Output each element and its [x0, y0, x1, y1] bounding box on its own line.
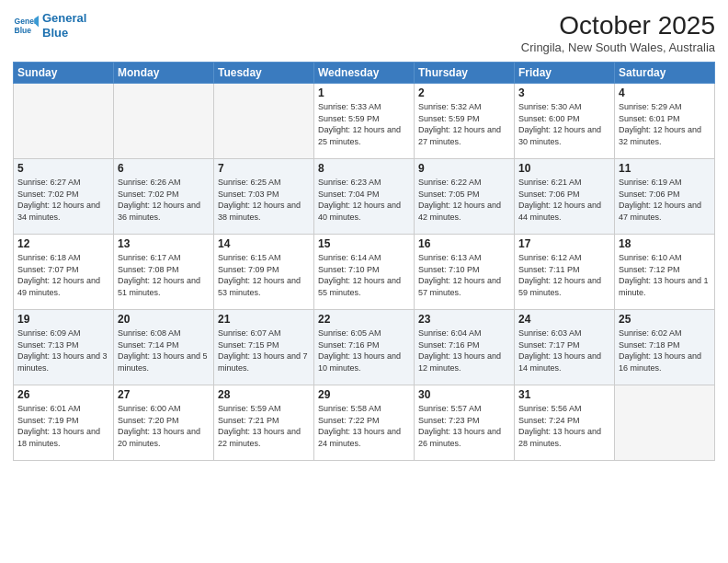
table-row: 13Sunrise: 6:17 AM Sunset: 7:08 PM Dayli…: [114, 235, 214, 310]
week-row-5: 26Sunrise: 6:01 AM Sunset: 7:19 PM Dayli…: [14, 385, 715, 461]
day-info: Sunrise: 6:12 AM Sunset: 7:11 PM Dayligh…: [518, 252, 610, 298]
table-row: 11Sunrise: 6:19 AM Sunset: 7:06 PM Dayli…: [615, 159, 715, 235]
day-number: 23: [418, 313, 510, 326]
logo: General Blue General Blue: [13, 11, 86, 40]
week-row-1: 1Sunrise: 5:33 AM Sunset: 5:59 PM Daylig…: [14, 84, 715, 159]
table-row: [214, 84, 314, 159]
day-number: 3: [518, 86, 610, 99]
table-row: 26Sunrise: 6:01 AM Sunset: 7:19 PM Dayli…: [14, 385, 114, 461]
table-row: 28Sunrise: 5:59 AM Sunset: 7:21 PM Dayli…: [214, 385, 314, 461]
day-info: Sunrise: 5:29 AM Sunset: 6:01 PM Dayligh…: [619, 101, 711, 147]
day-number: 25: [619, 313, 711, 326]
day-number: 27: [118, 388, 210, 401]
header-tuesday: Tuesday: [214, 63, 314, 84]
table-row: 9Sunrise: 6:22 AM Sunset: 7:05 PM Daylig…: [415, 159, 515, 235]
table-row: 20Sunrise: 6:08 AM Sunset: 7:14 PM Dayli…: [114, 310, 214, 385]
day-number: 9: [418, 162, 510, 175]
day-info: Sunrise: 6:01 AM Sunset: 7:19 PM Dayligh…: [17, 403, 109, 449]
table-row: 15Sunrise: 6:14 AM Sunset: 7:10 PM Dayli…: [314, 235, 415, 310]
table-row: 1Sunrise: 5:33 AM Sunset: 5:59 PM Daylig…: [314, 84, 415, 159]
weekday-header-row: Sunday Monday Tuesday Wednesday Thursday…: [14, 63, 715, 84]
header-friday: Friday: [515, 63, 615, 84]
logo-text: General Blue: [42, 11, 86, 40]
table-row: 19Sunrise: 6:09 AM Sunset: 7:13 PM Dayli…: [14, 310, 114, 385]
day-info: Sunrise: 5:58 AM Sunset: 7:22 PM Dayligh…: [318, 403, 410, 449]
title-block: October 2025 Cringila, New South Wales, …: [521, 11, 715, 54]
day-number: 19: [17, 313, 109, 326]
week-row-2: 5Sunrise: 6:27 AM Sunset: 7:02 PM Daylig…: [14, 159, 715, 235]
table-row: 7Sunrise: 6:25 AM Sunset: 7:03 PM Daylig…: [214, 159, 314, 235]
day-info: Sunrise: 6:05 AM Sunset: 7:16 PM Dayligh…: [318, 327, 410, 373]
table-row: 29Sunrise: 5:58 AM Sunset: 7:22 PM Dayli…: [314, 385, 415, 461]
day-number: 12: [17, 237, 109, 250]
day-info: Sunrise: 6:07 AM Sunset: 7:15 PM Dayligh…: [218, 327, 310, 373]
table-row: 22Sunrise: 6:05 AM Sunset: 7:16 PM Dayli…: [314, 310, 415, 385]
day-number: 22: [318, 313, 410, 326]
table-row: 18Sunrise: 6:10 AM Sunset: 7:12 PM Dayli…: [615, 235, 715, 310]
table-row: 12Sunrise: 6:18 AM Sunset: 7:07 PM Dayli…: [14, 235, 114, 310]
calendar-table: Sunday Monday Tuesday Wednesday Thursday…: [13, 62, 715, 461]
day-info: Sunrise: 6:21 AM Sunset: 7:06 PM Dayligh…: [518, 177, 610, 223]
table-row: 16Sunrise: 6:13 AM Sunset: 7:10 PM Dayli…: [415, 235, 515, 310]
day-info: Sunrise: 6:23 AM Sunset: 7:04 PM Dayligh…: [318, 177, 410, 223]
page: General Blue General Blue October 2025 C…: [0, 0, 728, 563]
day-info: Sunrise: 6:03 AM Sunset: 7:17 PM Dayligh…: [518, 327, 610, 373]
day-number: 17: [518, 237, 610, 250]
month-title: October 2025: [521, 11, 715, 40]
table-row: [14, 84, 114, 159]
table-row: 14Sunrise: 6:15 AM Sunset: 7:09 PM Dayli…: [214, 235, 314, 310]
table-row: 23Sunrise: 6:04 AM Sunset: 7:16 PM Dayli…: [415, 310, 515, 385]
day-number: 29: [318, 388, 410, 401]
table-row: 4Sunrise: 5:29 AM Sunset: 6:01 PM Daylig…: [615, 84, 715, 159]
day-info: Sunrise: 6:10 AM Sunset: 7:12 PM Dayligh…: [619, 252, 711, 298]
table-row: 30Sunrise: 5:57 AM Sunset: 7:23 PM Dayli…: [415, 385, 515, 461]
day-info: Sunrise: 6:18 AM Sunset: 7:07 PM Dayligh…: [17, 252, 109, 298]
day-number: 24: [518, 313, 610, 326]
day-number: 20: [118, 313, 210, 326]
table-row: 27Sunrise: 6:00 AM Sunset: 7:20 PM Dayli…: [114, 385, 214, 461]
header-wednesday: Wednesday: [314, 63, 415, 84]
day-info: Sunrise: 6:00 AM Sunset: 7:20 PM Dayligh…: [118, 403, 210, 449]
logo-blue: Blue: [42, 26, 68, 40]
header-saturday: Saturday: [615, 63, 715, 84]
table-row: 17Sunrise: 6:12 AM Sunset: 7:11 PM Dayli…: [515, 235, 615, 310]
table-row: 21Sunrise: 6:07 AM Sunset: 7:15 PM Dayli…: [214, 310, 314, 385]
day-number: 11: [619, 162, 711, 175]
day-info: Sunrise: 5:32 AM Sunset: 5:59 PM Dayligh…: [418, 101, 510, 147]
header: General Blue General Blue October 2025 C…: [13, 11, 715, 54]
day-info: Sunrise: 6:04 AM Sunset: 7:16 PM Dayligh…: [418, 327, 510, 373]
day-number: 10: [518, 162, 610, 175]
logo-icon: General Blue: [13, 13, 39, 39]
table-row: 3Sunrise: 5:30 AM Sunset: 6:00 PM Daylig…: [515, 84, 615, 159]
day-info: Sunrise: 6:27 AM Sunset: 7:02 PM Dayligh…: [17, 177, 109, 223]
day-number: 7: [218, 162, 310, 175]
day-number: 26: [17, 388, 109, 401]
day-number: 6: [118, 162, 210, 175]
table-row: 31Sunrise: 5:56 AM Sunset: 7:24 PM Dayli…: [515, 385, 615, 461]
day-info: Sunrise: 5:59 AM Sunset: 7:21 PM Dayligh…: [218, 403, 310, 449]
day-number: 28: [218, 388, 310, 401]
day-info: Sunrise: 5:33 AM Sunset: 5:59 PM Dayligh…: [318, 101, 410, 147]
table-row: 2Sunrise: 5:32 AM Sunset: 5:59 PM Daylig…: [415, 84, 515, 159]
day-info: Sunrise: 5:56 AM Sunset: 7:24 PM Dayligh…: [518, 403, 610, 449]
day-info: Sunrise: 6:15 AM Sunset: 7:09 PM Dayligh…: [218, 252, 310, 298]
header-thursday: Thursday: [415, 63, 515, 84]
day-number: 30: [418, 388, 510, 401]
location: Cringila, New South Wales, Australia: [521, 40, 715, 54]
day-info: Sunrise: 6:17 AM Sunset: 7:08 PM Dayligh…: [118, 252, 210, 298]
day-number: 13: [118, 237, 210, 250]
day-number: 18: [619, 237, 711, 250]
table-row: 25Sunrise: 6:02 AM Sunset: 7:18 PM Dayli…: [615, 310, 715, 385]
table-row: 8Sunrise: 6:23 AM Sunset: 7:04 PM Daylig…: [314, 159, 415, 235]
day-number: 15: [318, 237, 410, 250]
table-row: 6Sunrise: 6:26 AM Sunset: 7:02 PM Daylig…: [114, 159, 214, 235]
week-row-4: 19Sunrise: 6:09 AM Sunset: 7:13 PM Dayli…: [14, 310, 715, 385]
day-number: 8: [318, 162, 410, 175]
day-info: Sunrise: 6:22 AM Sunset: 7:05 PM Dayligh…: [418, 177, 510, 223]
day-number: 14: [218, 237, 310, 250]
day-info: Sunrise: 6:09 AM Sunset: 7:13 PM Dayligh…: [17, 327, 109, 373]
day-number: 21: [218, 313, 310, 326]
day-info: Sunrise: 6:19 AM Sunset: 7:06 PM Dayligh…: [619, 177, 711, 223]
table-row: 24Sunrise: 6:03 AM Sunset: 7:17 PM Dayli…: [515, 310, 615, 385]
table-row: 5Sunrise: 6:27 AM Sunset: 7:02 PM Daylig…: [14, 159, 114, 235]
